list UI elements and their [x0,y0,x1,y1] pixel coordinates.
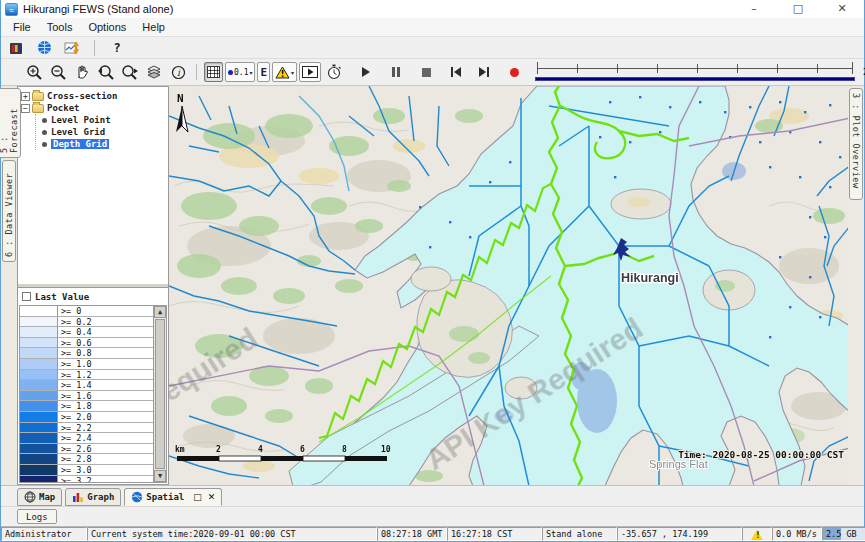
legend-row[interactable]: >= 0.2 [20,317,153,328]
status-memory[interactable]: 2.5 GB [822,527,865,541]
legend-row[interactable]: >= 2.8 [20,454,153,465]
minimize-button[interactable]: – [732,0,776,18]
layers-button[interactable] [143,62,165,82]
legend-row[interactable]: >= 0.8 [20,348,153,359]
legend-swatch [20,433,58,444]
animation-panel-button[interactable] [299,62,321,82]
zoom-next-button[interactable] [119,62,141,82]
tab-spatial-label: Spatial [146,492,184,502]
legend-scrollbar[interactable]: ▲ ▼ [153,306,166,482]
menu-help[interactable]: Help [134,19,173,35]
legend-swatch [20,454,58,465]
legend-swatch [20,359,58,370]
info-button[interactable]: i [167,62,189,82]
legend-row[interactable]: >= 3.0 [20,465,153,476]
collapse-icon[interactable]: − [21,104,30,113]
maximize-button[interactable]: □ [776,0,820,18]
pane-close-button[interactable]: ✕ [208,492,216,502]
zoom-out-button[interactable] [47,62,69,82]
database-manager-button[interactable] [5,38,27,58]
map-canvas[interactable]: API Key Required API Key Required Hikura… [169,86,848,485]
threshold-dropdown[interactable]: 0.1 ▾ [225,62,255,82]
spatial-display-button[interactable] [33,38,55,58]
tree-item-depth-grid[interactable]: Depth Grid [40,138,168,150]
zoom-in-button[interactable] [23,62,45,82]
legend-row[interactable]: >= 0.4 [20,327,153,338]
legend-row[interactable]: >= 0 [20,306,153,317]
toolbar-separator [94,40,95,56]
bar-chart-icon [72,491,84,503]
tab-spatial[interactable]: Spatial □ ✕ [124,488,222,506]
legend-swatch [20,317,58,328]
legend-label: >= 2.6 [58,444,153,455]
legend-row[interactable]: >= 0.6 [20,338,153,349]
time-slider-tick [657,64,658,73]
expand-icon[interactable]: + [21,92,30,101]
time-slider-tick [777,64,778,73]
time-slider[interactable] [535,62,855,82]
legend-swatch [20,391,58,402]
bullet-icon [42,142,47,147]
warnings-dropdown[interactable]: ! ▾ [272,62,297,82]
help-button[interactable]: ? [106,38,128,58]
show-grid-button[interactable] [204,62,223,82]
legend-row[interactable]: >= 1.8 [20,401,153,412]
tree-item-cross-section[interactable]: + Cross-section [21,90,168,102]
warning-icon: ! [275,66,290,79]
record-button[interactable] [503,62,525,82]
legend-row[interactable]: >= 1.2 [20,370,153,381]
last-frame-button[interactable] [473,62,495,82]
chart-import-icon [64,40,80,56]
close-button[interactable]: ✕ [820,0,864,18]
app-icon: ≈ [5,3,18,16]
tree-item-level-point[interactable]: Level Point [40,114,168,126]
skip-start-icon [451,67,461,77]
import-timeseries-button[interactable] [61,38,83,58]
time-slider-track [537,68,853,69]
legend-button[interactable]: E [257,62,270,82]
pause-button[interactable] [385,62,407,82]
scrollbar-thumb[interactable] [155,319,165,469]
legend-row[interactable]: >= 2.6 [20,444,153,455]
legend-row[interactable]: >= 2.0 [20,412,153,423]
menu-tools[interactable]: Tools [39,19,81,35]
legend-label: >= 2.0 [58,412,153,423]
legend-row[interactable]: >= 1.4 [20,380,153,391]
tab-data-viewer[interactable]: 6 : Data Viewer [2,160,16,262]
legend-row[interactable]: >= 2.4 [20,433,153,444]
play-button[interactable] [355,62,377,82]
stop-icon [422,68,431,77]
logs-button[interactable]: Logs [17,509,57,524]
time-slider-range-bar[interactable] [535,77,855,81]
tab-map[interactable]: Map [17,488,62,506]
time-slider-tick [577,64,578,73]
tree-item-level-grid[interactable]: Level Grid [40,126,168,138]
scroll-up-icon[interactable]: ▲ [154,306,166,318]
menu-options[interactable]: Options [80,19,134,35]
legend-row[interactable]: >= 1.0 [20,359,153,370]
legend-row[interactable]: >= 1.6 [20,391,153,402]
scroll-down-icon[interactable]: ▼ [154,470,166,482]
legend-label: >= 1.8 [58,401,153,412]
zoom-previous-button[interactable] [95,62,117,82]
pane-restore-button[interactable]: □ [193,492,202,502]
folder-icon [32,104,44,113]
tab-plot-overview[interactable]: 3 : Plot Overview [849,88,863,200]
stop-button[interactable] [415,62,437,82]
last-value-checkbox[interactable] [22,292,31,301]
legend-row[interactable]: >= 2.2 [20,423,153,434]
tab-graph[interactable]: Graph [65,488,121,506]
chevron-down-icon: ▾ [291,69,294,76]
tree-item-pocket[interactable]: − Pocket [21,102,168,114]
title-bar[interactable]: ≈ Hikurangi FEWS (Stand alone) – □ ✕ [1,0,864,18]
first-frame-button[interactable] [445,62,467,82]
zoom-previous-icon [97,64,115,81]
status-warning[interactable] [742,527,772,541]
left-tab-strip: 5 : Forecast 6 : Data Viewer [1,86,17,485]
tab-forecast[interactable]: 5 : Forecast [0,88,21,158]
pan-button[interactable] [71,62,93,82]
animation-timer-button[interactable] [323,62,345,82]
legend-row[interactable]: >= 3.2 [20,476,153,483]
menu-file[interactable]: File [5,19,39,35]
legend-label: >= 0 [58,306,153,317]
